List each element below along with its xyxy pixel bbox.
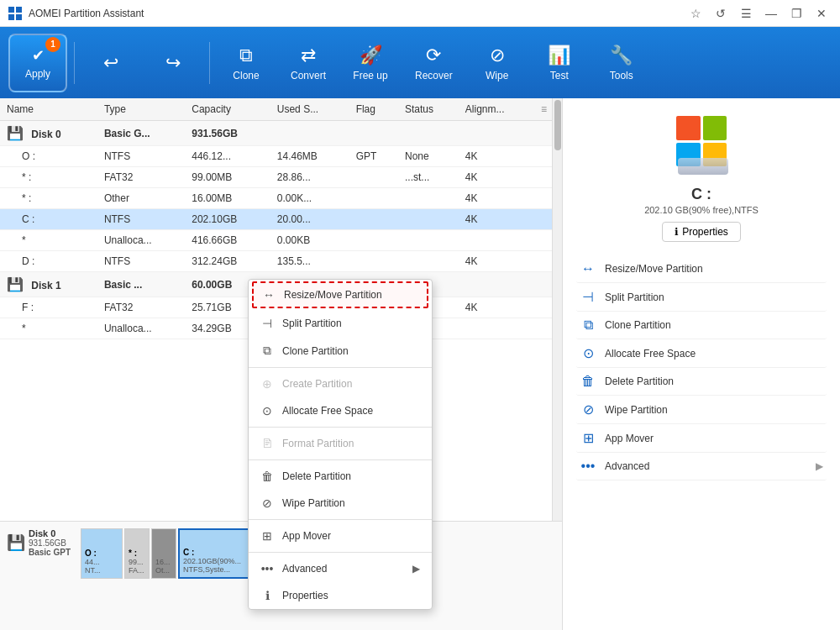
- minimize-button[interactable]: —: [759, 4, 783, 23]
- recover-label: Recover: [415, 70, 453, 81]
- action-list: ↔ Resize/Move Partition ⊣ Split Partitio…: [576, 255, 827, 480]
- scroll-thumb[interactable]: [554, 100, 561, 150]
- table-row[interactable]: D : NTFS 312.24GB 135.5... 4K: [0, 251, 562, 272]
- undo-button[interactable]: ↩: [81, 34, 140, 92]
- partition-status-cell: ...st...: [398, 167, 459, 188]
- action-clone-partition[interactable]: ⧉ Clone Partition: [576, 312, 827, 339]
- test-label: Test: [550, 70, 569, 81]
- ctx-item-advanced[interactable]: ••• Advanced ▶: [249, 555, 432, 582]
- action-delete-partition[interactable]: 🗑 Delete Partition: [576, 368, 827, 396]
- title-bar: AOMEI Partition Assistant ☆ ↺ ☰ — ❐ ✕: [0, 0, 840, 27]
- table-row[interactable]: C : NTFS 202.10GB 20.00... 4K: [0, 209, 562, 230]
- partition-flag-cell: [349, 188, 398, 209]
- action-app-mover[interactable]: ⊞ App Mover: [576, 424, 827, 453]
- ctx-item-app-mover[interactable]: ⊞ App Mover: [249, 522, 432, 549]
- convert-button[interactable]: ⇄ Convert: [279, 34, 338, 92]
- app-icon: [7, 5, 24, 22]
- action-label: Clone Partition: [605, 319, 671, 331]
- action-label: Allocate Free Space: [605, 348, 696, 360]
- ctx-separator: [249, 367, 432, 368]
- action-split-partition[interactable]: ⊣ Split Partition: [576, 283, 827, 312]
- disk-partition-star1[interactable]: * : 99... FA...: [124, 528, 150, 579]
- disk-0-type: Basic GPT: [29, 548, 71, 557]
- convert-label: Convert: [291, 70, 326, 81]
- partition-status-cell: [398, 251, 459, 272]
- tools-label: Tools: [610, 70, 633, 81]
- partition-used-cell: 0.00KB: [270, 230, 349, 251]
- menu-button[interactable]: ☰: [734, 4, 758, 23]
- ctx-item-properties[interactable]: ℹ Properties: [249, 582, 432, 609]
- clone-button[interactable]: ⧉ Clone: [217, 34, 276, 92]
- table-row[interactable]: * : FAT32 99.00MB 28.86... ...st... 4K: [0, 167, 562, 188]
- ctx-item-resize/move-partition[interactable]: ↔ Resize/Move Partition: [252, 281, 428, 308]
- properties-label: Properties: [682, 226, 728, 238]
- disk-partition-star2[interactable]: 16... Ot...: [151, 528, 176, 579]
- freeup-button[interactable]: 🚀 Free up: [341, 34, 400, 92]
- action-icon: ↔: [580, 261, 596, 276]
- ctx-label: Allocate Free Space: [282, 405, 373, 417]
- action-advanced[interactable]: ••• Advanced ▶: [576, 453, 827, 480]
- test-button[interactable]: 📊 Test: [530, 34, 589, 92]
- partition-used-cell: 135.5...: [270, 251, 349, 272]
- table-row[interactable]: * Unalloca... 416.66GB 0.00KB: [0, 230, 562, 251]
- partition-align-cell: [459, 230, 534, 251]
- disk-name-cell: 💾 Disk 1: [0, 272, 97, 297]
- tools-button[interactable]: 🔧 Tools: [592, 34, 651, 92]
- partition-icon-large: [668, 112, 735, 179]
- partition-capacity-cell: 312.24GB: [185, 251, 270, 272]
- partition-status-cell: [398, 209, 459, 230]
- restore-button[interactable]: ❐: [785, 4, 808, 23]
- action-wipe-partition[interactable]: ⊘ Wipe Partition: [576, 396, 827, 424]
- right-panel: C : 202.10 GB(90% free),NTFS ℹ Propertie…: [563, 98, 840, 630]
- info-icon: ℹ: [675, 226, 679, 238]
- scrollbar[interactable]: [552, 98, 562, 521]
- partition-status-cell: [398, 188, 459, 209]
- drive-info: 202.10 GB(90% free),NTFS: [644, 205, 759, 215]
- ctx-separator: [249, 459, 432, 460]
- disk-type-cell: Basic G...: [97, 121, 185, 146]
- apply-button[interactable]: 1 ✔ Apply: [8, 34, 67, 92]
- main-content: Name Type Capacity Used S... Flag Status…: [0, 98, 840, 630]
- ctx-item-wipe-partition[interactable]: ⊘ Wipe Partition: [249, 490, 432, 517]
- partition-name-cell: C :: [0, 209, 97, 230]
- table-row[interactable]: * : Other 16.00MB 0.00K... 4K: [0, 188, 562, 209]
- partition-used-cell: 28.86...: [270, 167, 349, 188]
- svg-rect-0: [8, 7, 14, 13]
- star-button[interactable]: ☆: [684, 4, 707, 23]
- partition-type-cell: Unalloca...: [97, 230, 185, 251]
- wipe-button[interactable]: ⊘ Wipe: [468, 34, 527, 92]
- ctx-separator: [249, 519, 432, 520]
- partition-preview: C : 202.10 GB(90% free),NTFS ℹ Propertie…: [576, 112, 827, 242]
- action-resize/move-partition[interactable]: ↔ Resize/Move Partition: [576, 255, 827, 283]
- table-row[interactable]: 💾 Disk 0 Basic G... 931.56GB: [0, 121, 562, 146]
- disk-0-size: 931.56GB: [29, 538, 71, 548]
- ctx-icon: ⊣: [260, 317, 274, 330]
- recover-button[interactable]: ⟳ Recover: [403, 34, 465, 92]
- win-logo-green: [703, 116, 727, 140]
- partition-type-cell: NTFS: [97, 146, 185, 167]
- ctx-icon: ⊞: [260, 529, 274, 543]
- partition-name-cell: D :: [0, 251, 97, 272]
- ctx-item-delete-partition[interactable]: 🗑 Delete Partition: [249, 463, 432, 490]
- refresh-button[interactable]: ↺: [709, 4, 732, 23]
- ctx-icon: ↔: [262, 288, 276, 302]
- col-name: Name: [0, 98, 97, 121]
- ctx-separator: [249, 427, 432, 428]
- ctx-item-split-partition[interactable]: ⊣ Split Partition: [249, 310, 432, 337]
- ctx-label: Clone Partition: [282, 345, 349, 357]
- disk-partition-C[interactable]: C : 202.10GB(90%... NTFS,Syste...: [178, 528, 254, 579]
- ctx-icon: ℹ: [260, 589, 274, 602]
- action-allocate-free-space[interactable]: ⊙ Allocate Free Space: [576, 339, 827, 368]
- ctx-item-clone-partition[interactable]: ⧉ Clone Partition: [249, 337, 432, 365]
- partition-name-cell: * :: [0, 188, 97, 209]
- redo-button[interactable]: ↪: [144, 34, 202, 92]
- disk-partition-O[interactable]: O : 44... NT...: [81, 528, 123, 579]
- ctx-icon: ⊕: [260, 377, 274, 391]
- close-button[interactable]: ✕: [810, 4, 833, 23]
- table-row[interactable]: O : NTFS 446.12... 14.46MB GPT None 4K: [0, 146, 562, 167]
- properties-button[interactable]: ℹ Properties: [662, 222, 741, 242]
- ctx-icon: ⊙: [260, 404, 274, 417]
- redo-icon: ↪: [165, 52, 181, 74]
- ctx-item-allocate-free-space[interactable]: ⊙ Allocate Free Space: [249, 397, 432, 424]
- svg-rect-2: [8, 14, 14, 20]
